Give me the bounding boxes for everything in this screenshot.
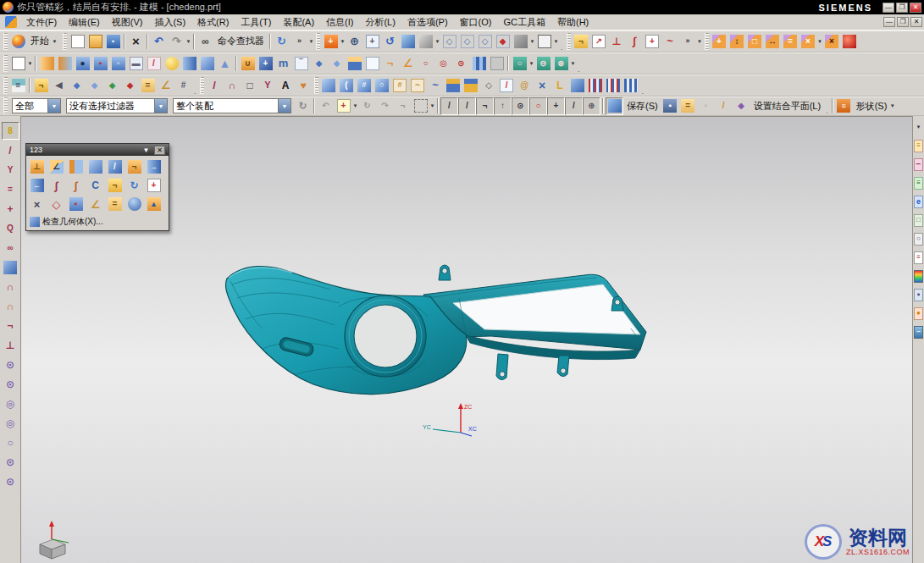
rib-button[interactable]: m	[274, 54, 292, 72]
resource-overflow-button[interactable]: ▼	[913, 119, 924, 135]
fillet-tool-button[interactable]: ∩	[2, 297, 19, 315]
boss-button[interactable]: ▪	[91, 54, 109, 72]
palette-close-button[interactable]: ✕	[154, 146, 165, 155]
arc-tool-button[interactable]: ∩	[2, 278, 19, 295]
immediate-hide-button[interactable]: ◆	[86, 76, 103, 94]
menu-analysis[interactable]: 分析(L)	[359, 15, 401, 30]
rotate-view-button[interactable]: ↺	[381, 32, 399, 50]
emboss-button[interactable]	[346, 54, 363, 72]
polyline-curve-button[interactable]: Y	[259, 76, 277, 94]
wireframe-view-button[interactable]: ◇	[440, 32, 458, 50]
selection-filter-combo-arrow-icon[interactable]: ▼	[154, 99, 167, 113]
internet-explorer-tab[interactable]: e	[913, 193, 924, 210]
display-window-button[interactable]: ▪	[661, 97, 679, 115]
command-finder-icon[interactable]: ∞	[196, 32, 214, 50]
boolean-subtract-button[interactable]: ⊖	[534, 54, 552, 72]
delete-button[interactable]: ×	[127, 32, 145, 50]
history-tab[interactable]: ○	[913, 230, 924, 247]
wave-geometry-linker-button[interactable]: ¬	[32, 76, 50, 94]
rotate-selection-button[interactable]: ↻	[358, 97, 376, 115]
new-sheet-button[interactable]: +	[644, 32, 661, 50]
shape-palette-icon[interactable]: ≡	[835, 97, 853, 115]
snap-arc-center-toggle[interactable]: ⊙	[512, 97, 529, 115]
snap-point-on-face-toggle[interactable]: ⊕	[583, 97, 600, 115]
arc-point-button[interactable]: Q	[2, 219, 19, 237]
sketch-button-dropdown-icon[interactable]: ▼	[27, 61, 33, 66]
hole-button[interactable]: ●	[74, 54, 91, 72]
curve-mesh-button[interactable]: #	[356, 76, 373, 94]
trim-body-tool-button[interactable]	[66, 157, 86, 176]
gray-shade-button-dropdown-icon[interactable]: ▼	[529, 39, 535, 44]
graphics-viewport[interactable]: 123 ▼ ✕ ⊥∠/¬→←∫∫C¬↻+×◇▪∠=▲ 检查几何体(X)...	[21, 116, 912, 563]
window-restore-button[interactable]: ❐	[896, 3, 908, 13]
deselect-button[interactable]: ↷	[376, 97, 394, 115]
circle-tangent-button[interactable]: ◎	[2, 414, 19, 432]
tube-surface-button[interactable]: ~	[427, 76, 445, 94]
new-sheet-plus-button[interactable]: +	[144, 176, 163, 195]
toolbar-grip[interactable]	[63, 33, 67, 50]
start-menu-button-dropdown-icon[interactable]: ▼	[52, 39, 58, 44]
roles-tab[interactable]: ●	[913, 305, 924, 322]
cut-face-button[interactable]: ×	[823, 32, 841, 50]
boolean-unite-button-dropdown-icon[interactable]: ▼	[528, 61, 534, 66]
fit-view-button-dropdown-icon[interactable]: ▼	[340, 39, 346, 44]
selection-filter-combo[interactable]: 没有选择过滤器▼	[66, 98, 168, 113]
perpendicular-snap-button[interactable]: ⊥	[608, 32, 626, 50]
intersection-curve-button[interactable]: ∫	[626, 32, 644, 50]
circle-tool-button[interactable]: ⊙	[2, 356, 19, 373]
flange-button[interactable]: ∠	[399, 54, 417, 72]
double-circle-button[interactable]: ∞	[2, 239, 19, 257]
measure-x-button[interactable]: ×	[27, 195, 47, 213]
pocket-button[interactable]: ▫	[109, 54, 127, 72]
shaded-view-button[interactable]	[399, 32, 417, 50]
reuse-library-tab[interactable]: □	[913, 212, 924, 229]
process-studio-tab[interactable]: ▪	[913, 286, 924, 303]
profile-tool-button[interactable]: 8	[2, 122, 19, 140]
pull-face-button[interactable]: ↕	[728, 32, 746, 50]
window-close-button[interactable]: ✕	[910, 3, 921, 13]
add-to-selection-button[interactable]: +	[335, 97, 352, 115]
toolbar-grip[interactable]	[3, 97, 8, 114]
palette-footer-command[interactable]: 检查几何体(X)...	[26, 215, 169, 230]
toolbar-overflow-2[interactable]: »	[679, 32, 697, 50]
clip-section-button[interactable]: ↗	[590, 32, 608, 50]
toolbar-grip[interactable]	[705, 33, 709, 50]
angle-ruler-button[interactable]: ∠	[86, 195, 105, 213]
set-mating-plane-button[interactable]: 设置结合平面(L)	[750, 99, 824, 113]
snap-midpoint-toggle[interactable]: /	[458, 97, 476, 115]
pattern-feature-button[interactable]: ○	[417, 54, 434, 72]
menu-file[interactable]: 文件(F)	[20, 15, 63, 30]
show-button[interactable]: ◆	[103, 76, 121, 94]
cone-button[interactable]: ▲	[216, 54, 234, 72]
menu-gc-toolbox[interactable]: GC工具箱	[497, 15, 551, 30]
toolbar-grip[interactable]	[314, 77, 318, 94]
trim-body-button[interactable]: /	[145, 54, 163, 72]
boolean-intersect-button-dropdown-icon[interactable]: ▼	[570, 61, 576, 66]
pad-button[interactable]: ▬	[127, 54, 145, 72]
delete-face-button-dropdown-icon[interactable]: ▼	[817, 39, 823, 44]
face-diamond-button[interactable]: ◇	[47, 195, 66, 213]
unite-bodies-button[interactable]: +	[257, 54, 274, 72]
n-sided-surface-button[interactable]: ○	[373, 76, 391, 94]
static-wireframe-button[interactable]: ◇	[458, 32, 476, 50]
quick-trim-button[interactable]: ⊥	[2, 336, 19, 354]
ruler-button[interactable]: =	[105, 195, 124, 213]
select-previous-button[interactable]: ↶	[317, 97, 335, 115]
boolean-unite-button[interactable]: ○	[511, 54, 528, 72]
rectangle-select-button[interactable]	[412, 97, 429, 115]
tube-button[interactable]	[470, 54, 488, 72]
selection-arrow-button[interactable]: ◀	[50, 76, 68, 94]
line-curve-button[interactable]: /	[206, 76, 224, 94]
menu-edit[interactable]: 编辑(E)	[63, 15, 106, 30]
offset-cylinder2-button[interactable]: ←	[27, 176, 47, 195]
zoom-in-button[interactable]: ⊕	[346, 32, 363, 50]
offset-cylinder-button[interactable]: →	[144, 157, 163, 176]
law-curve-button[interactable]: ♥	[295, 76, 313, 94]
curve-s1-button[interactable]: ∫	[47, 176, 66, 195]
snap-control-point-toggle[interactable]: ¬	[476, 97, 494, 115]
measure-angle-button[interactable]: ∠	[157, 76, 174, 94]
command-finder-button[interactable]: 命令查找器	[214, 34, 268, 48]
menu-assemblies[interactable]: 装配(A)	[277, 15, 320, 30]
curve-s2-button[interactable]: ∫	[66, 176, 86, 195]
thicken-button[interactable]: ‾	[292, 54, 310, 72]
